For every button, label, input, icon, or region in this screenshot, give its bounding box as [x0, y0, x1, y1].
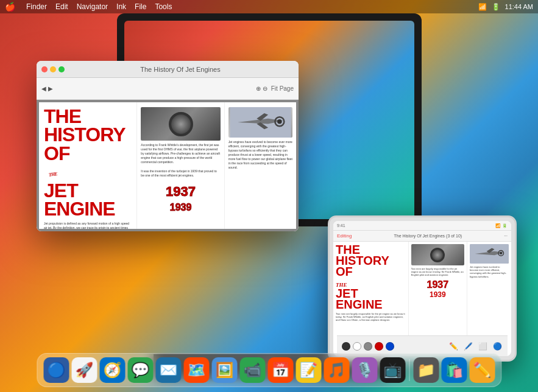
pdf-caption: It was the invention of the turbojet in … — [141, 169, 220, 178]
dock-mail[interactable]: ✉️ — [155, 357, 181, 383]
color-gray[interactable] — [364, 342, 372, 351]
year-1937: 1937 — [141, 184, 220, 200]
airplane-image — [228, 107, 292, 138]
pencil-tool-icon[interactable]: ✏️ — [448, 341, 459, 352]
dock-notes[interactable]: 📝 — [296, 357, 321, 383]
pdf-page: THE HISTORY OF The JET ENGINE Jet propul… — [39, 102, 296, 229]
ipad-screen: 9:41 📶 🔋 Editing The History Of Jet Engi… — [333, 221, 511, 356]
dock-launchpad[interactable]: 🚀 — [71, 357, 97, 383]
pdf-toolbar: ◀ ▶ ⊕ ⊖ Fit Page — [37, 78, 299, 100]
dock-calendar[interactable]: 📅 — [267, 357, 293, 383]
marker-tool-icon[interactable]: 🖊️ — [462, 341, 473, 352]
drawing-tools: ✏️ 🖊️ ⬜ 🔵 — [448, 341, 503, 352]
ipad-right-text: Jet engines have evolved to become ever … — [470, 265, 509, 278]
dock-tv[interactable]: 📺 — [380, 357, 405, 383]
lasso-tool-icon[interactable]: 🔵 — [492, 341, 503, 352]
dock-pencil[interactable]: ✏️ — [469, 357, 495, 383]
pdf-body-left: Jet propulsion is defined as any forward… — [44, 222, 132, 229]
wifi-icon: 📶 — [478, 3, 487, 11]
maximize-button[interactable] — [58, 66, 65, 72]
ipad-title-text: THE HISTORY OF The JET ENGINE — [336, 244, 406, 310]
dock-safari[interactable]: 🧭 — [99, 357, 125, 383]
dock-photos[interactable]: 🖼️ — [211, 357, 237, 383]
pdf-body-right: Jet engines have evolved to become ever … — [228, 140, 292, 170]
menu-navigator[interactable]: Navigator — [77, 2, 108, 11]
ipad-mid-col: Two men are largely responsible for the … — [408, 242, 467, 346]
close-button[interactable] — [41, 66, 48, 72]
menu-ink[interactable]: Ink — [116, 2, 126, 11]
menu-bar-left: 🍎 Finder Edit Navigator Ink File Tools — [5, 2, 172, 12]
toolbar-zoom[interactable]: ⊕ ⊖ — [256, 85, 267, 92]
dock-podcasts[interactable]: 🎙️ — [352, 357, 377, 383]
ipad-body-left: Two men are largely responsible for the … — [336, 312, 406, 322]
apple-menu[interactable]: 🍎 — [5, 2, 15, 12]
dock-separator — [409, 359, 409, 381]
dock-files[interactable]: 📁 — [413, 357, 439, 383]
desktop: 🍎 Finder Edit Navigator Ink File Tools 📶… — [0, 0, 538, 392]
pdf-left-column: THE HISTORY OF The JET ENGINE Jet propul… — [39, 102, 136, 229]
pdf-title-text: THE HISTORY OF The JET ENGINE — [44, 107, 132, 218]
minimize-button[interactable] — [50, 66, 56, 72]
dock-finder[interactable]: 🔵 — [43, 357, 69, 383]
ipad-year-1937: 1937 — [411, 279, 464, 290]
pdf-right-column: Jet engines have evolved to become ever … — [224, 102, 296, 229]
ipad-engine-image — [411, 244, 464, 265]
ipad-year-1939: 1939 — [411, 290, 464, 299]
window-title: The History Of Jet Engines — [140, 66, 220, 73]
ipad-status-left: 9:41 — [337, 223, 345, 228]
color-black[interactable] — [342, 342, 350, 351]
ipad-status-right: 📶 🔋 — [495, 223, 508, 228]
color-blue[interactable] — [386, 342, 394, 351]
pdf-titlebar: The History Of Jet Engines — [37, 61, 299, 78]
engine-circle-graphic — [169, 112, 193, 136]
eraser-tool-icon[interactable]: ⬜ — [477, 341, 488, 352]
dock-music[interactable]: 🎵 — [324, 357, 349, 383]
ipad-left-col: THE HISTORY OF The JET ENGINE Two men ar… — [333, 242, 408, 346]
dock-maps[interactable]: 🗺️ — [183, 357, 209, 383]
ipad-menubar: 9:41 📶 🔋 — [333, 221, 511, 231]
ipad-toolbar: Editing The History Of Jet Engines (3 of… — [333, 231, 511, 242]
ipad-annotation-the: The — [336, 282, 347, 288]
pdf-body-mid: According to Frank Whittle's development… — [141, 143, 220, 164]
svg-point-2 — [277, 119, 282, 124]
battery-icon: 🔋 — [492, 3, 500, 11]
toolbar-page-info: Fit Page — [271, 85, 294, 92]
editing-label[interactable]: Editing — [337, 233, 352, 239]
pdf-window: The History Of Jet Engines ◀ ▶ ⊕ ⊖ Fit P… — [37, 61, 299, 231]
ipad: 9:41 📶 🔋 Editing The History Of Jet Engi… — [328, 215, 517, 362]
menu-tools[interactable]: Tools — [155, 2, 172, 11]
menu-finder[interactable]: Finder — [26, 2, 47, 11]
year-1939: 1939 — [141, 202, 220, 213]
ipad-mid-text: Two men are largely responsible for the … — [411, 267, 464, 277]
dock-appstore[interactable]: 🛍️ — [441, 357, 467, 383]
pdf-mid-column: According to Frank Whittle's development… — [136, 102, 224, 229]
ipad-right-col: Jet engines have evolved to become ever … — [467, 242, 511, 346]
menu-edit[interactable]: Edit — [55, 2, 68, 11]
color-red[interactable] — [375, 342, 383, 351]
ipad-toolbar-actions[interactable]: ··· — [504, 234, 508, 238]
color-palette[interactable] — [342, 342, 394, 351]
ipad-airplane-image — [470, 244, 509, 264]
handwriting-annotation-the: The — [49, 172, 57, 177]
svg-point-5 — [500, 252, 502, 254]
dock-facetime[interactable]: 📹 — [239, 357, 265, 383]
menu-file[interactable]: File — [135, 2, 146, 11]
dock: 🔵 🚀 🧭 💬 ✉️ 🗺️ 🖼️ 📹 📅 📝 🎵 🎙️ 📺 📁 🛍️ ✏️ — [37, 353, 501, 387]
ipad-content: THE HISTORY OF The JET ENGINE Two men ar… — [333, 242, 511, 346]
toolbar-nav-icon[interactable]: ◀ ▶ — [41, 85, 53, 92]
ipad-engine-circle — [430, 248, 445, 262]
engine-image — [141, 107, 220, 141]
menu-bar-right: 📶 🔋 11:44 AM — [478, 3, 533, 11]
menu-time: 11:44 AM — [505, 3, 533, 10]
dock-messages[interactable]: 💬 — [127, 357, 153, 383]
pdf-content: THE HISTORY OF The JET ENGINE Jet propul… — [37, 100, 299, 231]
ipad-doc-title: The History Of Jet Engines (3 of 10) — [354, 234, 501, 238]
color-white[interactable] — [353, 342, 361, 351]
menu-bar: 🍎 Finder Edit Navigator Ink File Tools 📶… — [0, 0, 538, 13]
